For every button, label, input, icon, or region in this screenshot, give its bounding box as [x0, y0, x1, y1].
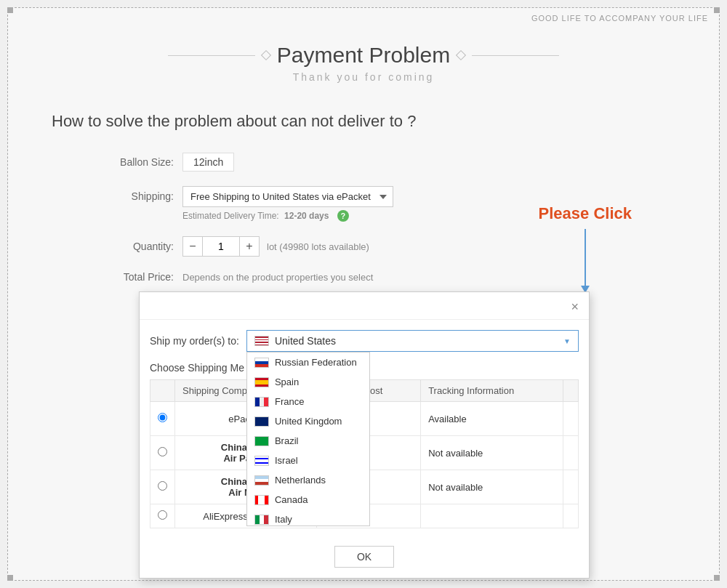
balloon-size-label: Ballon Size: [95, 156, 182, 168]
country-item-nl[interactable]: Netherlands [247, 470, 369, 490]
ok-button[interactable]: OK [334, 546, 394, 568]
col-scroll [563, 380, 579, 402]
us-flag-icon [254, 336, 269, 346]
header-decoration: Payment Problem [8, 43, 719, 68]
tracking-air-parcel: Not available [421, 436, 563, 470]
tracking-epacket: Available [421, 402, 563, 436]
fr-flag-icon [254, 397, 269, 407]
ship-to-row: Ship my order(s) to: United States ▼ Rus… [150, 330, 579, 352]
quantity-decrease-button[interactable]: − [182, 236, 203, 257]
please-click-area: Please Click [539, 204, 632, 287]
country-item-ru[interactable]: Russian Federation [247, 353, 369, 372]
quantity-increase-button[interactable]: + [239, 236, 260, 257]
delivery-time: Estimated Delivery Time: 12-20 days ? [182, 210, 393, 222]
quantity-available: lot (49980 lots available) [267, 241, 369, 252]
radio-epacket-cell[interactable] [150, 402, 175, 436]
ru-flag-icon [254, 358, 269, 368]
country-item-ca[interactable]: Canada [247, 490, 369, 510]
radio-air-parcel[interactable] [158, 447, 167, 456]
select-arrow-icon: ▼ [563, 337, 571, 345]
main-content: How to solve the problem about can not d… [8, 90, 719, 319]
quantity-control: − + lot (49980 lots available) [182, 236, 369, 257]
country-item-es[interactable]: Spain [247, 372, 369, 392]
modal-dialog: × Ship my order(s) to: United States ▼ [139, 291, 590, 579]
col-tracking: Tracking Information [421, 380, 563, 402]
please-click-label: Please Click [539, 204, 632, 223]
deco-diamond-left [261, 50, 271, 60]
shipping-label: Shipping: [95, 186, 182, 202]
country-item-gb[interactable]: United Kingdom [247, 411, 369, 431]
balloon-size-value: 12inch [182, 153, 234, 172]
shipping-select-wrapper: Free Shipping to United States via ePack… [182, 186, 393, 207]
help-icon[interactable]: ? [337, 210, 349, 222]
nl-flag-icon [254, 475, 269, 486]
shipping-field-group: Free Shipping to United States via ePack… [182, 186, 393, 222]
quantity-label: Quantity: [95, 241, 182, 252]
arrow-down-icon [585, 229, 586, 287]
selected-country-label: United States [275, 335, 336, 347]
modal-body: Ship my order(s) to: United States ▼ Rus… [140, 320, 589, 539]
es-flag-icon [254, 377, 269, 387]
modal-footer: OK [140, 539, 589, 578]
quantity-input[interactable] [203, 236, 239, 257]
question-heading: How to solve the problem about can not d… [52, 112, 675, 131]
country-select-wrapper: United States ▼ Russian Federation S [246, 330, 579, 352]
br-flag-icon [254, 436, 269, 446]
total-price-label: Total Price: [95, 271, 182, 283]
country-item-it[interactable]: Italy [247, 510, 369, 526]
modal-header: × [140, 292, 589, 320]
tracking-aliexpress [421, 504, 563, 528]
il-flag-icon [254, 456, 269, 466]
radio-air-mail[interactable] [158, 481, 167, 491]
total-price-value: Depends on the product properties you se… [182, 272, 373, 283]
deco-line-right [472, 55, 559, 56]
radio-air-parcel-cell[interactable] [150, 436, 175, 470]
page-header: Payment Problem Thank you for coming [8, 28, 719, 90]
gb-flag-icon [254, 416, 269, 427]
ship-to-label: Ship my order(s) to: [150, 335, 239, 347]
balloon-size-row: Ballon Size: 12inch [95, 153, 675, 172]
radio-aliexpress-cell[interactable] [150, 504, 175, 528]
deco-line-left [168, 55, 255, 56]
radio-epacket[interactable] [158, 413, 167, 422]
modal-close-button[interactable]: × [571, 299, 579, 315]
site-tagline: GOOD LIFE TO ACCOMPANY YOUR LIFE [8, 8, 719, 28]
radio-aliexpress[interactable] [158, 510, 167, 520]
it-flag-icon [254, 515, 269, 525]
ca-flag-icon [254, 495, 269, 505]
shipping-select[interactable]: Free Shipping to United States via ePack… [182, 186, 393, 207]
page-title: Payment Problem [277, 43, 450, 68]
country-item-br[interactable]: Brazil [247, 431, 369, 451]
page-container: GOOD LIFE TO ACCOMPANY YOUR LIFE Payment… [7, 7, 720, 581]
radio-air-mail-cell[interactable] [150, 470, 175, 504]
country-select-display[interactable]: United States ▼ [246, 330, 579, 352]
country-item-fr[interactable]: France [247, 392, 369, 411]
page-subtitle: Thank you for coming [8, 71, 719, 83]
tracking-air-mail: Not available [421, 470, 563, 504]
country-dropdown[interactable]: Russian Federation Spain France [246, 352, 370, 526]
deco-diamond-right [456, 50, 466, 60]
country-item-il[interactable]: Israel [247, 451, 369, 470]
col-radio [150, 380, 175, 402]
